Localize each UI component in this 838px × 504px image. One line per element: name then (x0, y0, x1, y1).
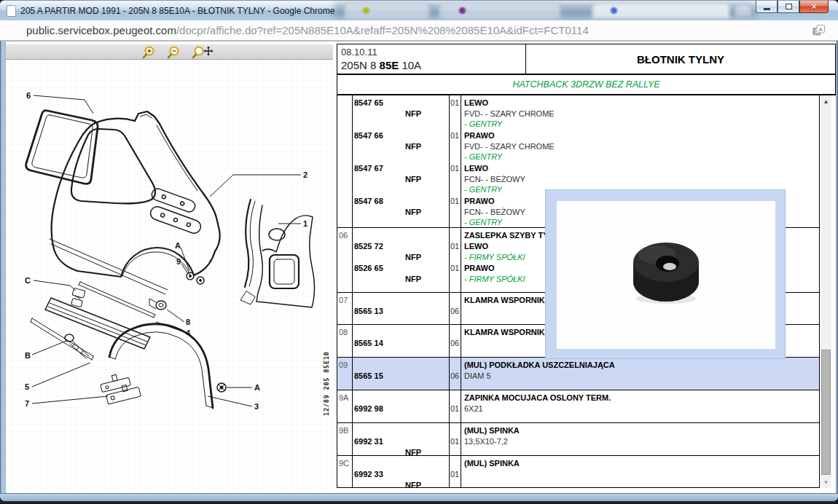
table-row[interactable]: 9A ZAPINKA MOCUJACA OSLONY TERM. 6992 98… (337, 390, 820, 423)
minimize-icon (764, 8, 770, 10)
page-icon (7, 5, 16, 17)
row-ref: 9A (339, 393, 351, 403)
url-domain: public.servicebox.peugeot.com (26, 24, 176, 36)
nfp-flag: NFP (352, 481, 421, 488)
diagram-label-2: 2 (303, 170, 308, 179)
svg-text:A: A (819, 26, 823, 33)
part-head: ZASLEPKA SZYBY TY (464, 231, 549, 241)
part-desc: LEWO (464, 164, 488, 174)
part-desc2: FVD- - SZARY CHROME (464, 142, 555, 152)
part-desc: LEWO (464, 242, 488, 252)
part-qty: 01 (449, 131, 461, 141)
browser-window: 205 A PARTIR MOD 1991 - 205N 8 85E10A - … (0, 0, 838, 504)
part-qty: 01 (449, 437, 461, 447)
col-sep (352, 358, 353, 390)
taskbar-edge (0, 501, 838, 504)
col-sep (461, 95, 461, 227)
part-desc2: 6X21 (464, 404, 483, 414)
scroll-down-arrow[interactable]: ▼ (821, 476, 831, 488)
nfp-flag: NFP (352, 142, 421, 152)
part-qty: 06 (449, 339, 461, 349)
part-qty: 01 (449, 242, 461, 252)
part-number: 6992 98 (354, 404, 383, 414)
col-sep (352, 293, 353, 324)
background-tab-favicon (611, 7, 617, 14)
row-ref: 9B (339, 426, 351, 436)
diagram-label-4: 4 (186, 328, 191, 337)
part-note: - GENTRY (464, 185, 502, 195)
diagram-label-1: 1 (303, 219, 308, 228)
doc-date: 08.10.11 (341, 47, 525, 58)
col-sep (352, 325, 353, 357)
table-row[interactable]: 9B (MUL) SPINKA 6992 31 01 13,5X10-7,2 N… (337, 423, 820, 456)
minimize-button[interactable] (756, 1, 778, 13)
diagram-label-b: B (25, 351, 31, 360)
part-qty: 01 (449, 197, 461, 207)
window-controls: ✕ (756, 1, 829, 13)
url-text[interactable]: public.servicebox.peugeot.com/docpr/affi… (26, 24, 589, 36)
page-title: BŁOTNIK TYLNY (526, 44, 835, 74)
part-desc: PRAWO (464, 197, 495, 207)
close-icon: ✕ (810, 3, 817, 11)
part-head: (MUL) PODKŁADKA USZCZELNIAJĄCA (464, 361, 615, 371)
slotted-plate (150, 187, 197, 213)
diagram-canvas[interactable]: 6 2 1 A 9 C B 5 7 8 4 A 3 12/89 205 85E1… (6, 60, 333, 489)
bracket-7 (99, 370, 141, 405)
part-qty: 06 (449, 371, 461, 382)
nfp-flag: NFP (352, 175, 421, 185)
scroll-up-arrow[interactable]: ▲ (821, 95, 831, 107)
close-button[interactable]: ✕ (799, 1, 829, 13)
col-sep (449, 95, 450, 227)
part-desc: PRAWO (464, 131, 495, 141)
col-sep (461, 228, 461, 292)
maximize-button[interactable] (778, 1, 799, 13)
window-title: 205 A PARTIR MOD 1991 - 205N 8 85E10A - … (20, 6, 334, 16)
part-qty: 01 (449, 470, 461, 480)
part-head: (MUL) SPINKA (464, 459, 520, 469)
part-qty: 01 (449, 164, 461, 174)
move-arrows-icon (204, 47, 214, 56)
part-desc2: FCN- - BEŻOWY (464, 175, 525, 185)
diagram-label-8: 8 (186, 318, 190, 326)
rubber-washer-image (557, 201, 775, 349)
variant-banner: HATCHBACK 3DRZW BEZ RALLYE (337, 75, 836, 95)
zoom-in-button[interactable] (144, 47, 154, 58)
part-note: - GENTRY (464, 152, 502, 162)
part-number: 8565 14 (354, 339, 383, 349)
part-head: KLAMRA WSPORNIKA (464, 296, 551, 306)
title-bar[interactable]: 205 A PARTIR MOD 1991 - 205N 8 85E10A - … (0, 0, 838, 20)
part-qty: 06 (449, 307, 461, 317)
row-ref: 06 (339, 231, 351, 241)
translate-icon[interactable]: A (812, 25, 825, 37)
url-path: /docpr/affiche.do?ref=205N885E10A&refaff… (176, 24, 589, 36)
part-number: 8526 65 (354, 264, 383, 274)
nfp-flag: NFP (352, 253, 421, 263)
address-bar[interactable]: public.servicebox.peugeot.com/docpr/affi… (0, 20, 838, 41)
table-row[interactable]: 9C (MUL) SPINKA 6992 33 01 NFP (337, 456, 820, 488)
screw-8 (149, 299, 166, 310)
diagram-label-5: 5 (25, 382, 29, 391)
part-photo-popup (545, 189, 786, 359)
diagram-label-3: 3 (254, 402, 259, 411)
diagram-label-9: 9 (176, 257, 181, 266)
clip-c (70, 288, 85, 307)
table-row-selected[interactable]: 09 (MUL) PODKŁADKA USZCZELNIAJĄCA 8565 1… (337, 358, 820, 390)
zoom-out-button[interactable] (168, 47, 179, 58)
part-qty: 01 (449, 98, 461, 109)
part-number: 6992 33 (354, 470, 383, 480)
diagram-label-6: 6 (26, 91, 31, 100)
row-ref: 09 (339, 361, 351, 371)
parts-header-ref: 08.10.11 205N 8 85E 10A (337, 44, 526, 74)
doc-code-suffix: 10A (399, 59, 421, 71)
part-note: - FIRMY SPÓŁKI (464, 253, 525, 263)
scrollbar-thumb[interactable] (821, 350, 831, 475)
grommet-a (217, 383, 226, 392)
diagram-toolbar (6, 44, 333, 60)
window-border-bottom (0, 493, 838, 501)
col-sep (461, 390, 461, 422)
col-sep (461, 358, 461, 390)
diagram-label-c: C (25, 276, 31, 285)
part-desc2: FVD- - SZARY CHROME (464, 109, 555, 119)
part-number: 8525 72 (354, 242, 383, 252)
zoom-pan-button[interactable] (193, 47, 214, 58)
